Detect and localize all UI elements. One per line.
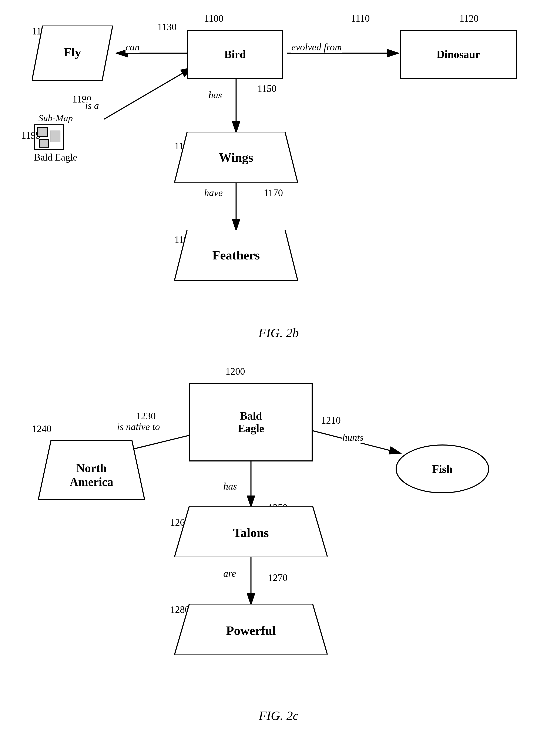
svg-text:America: America: [69, 475, 113, 488]
ref-1240: 1240: [32, 423, 51, 434]
edge-is-native-to: is native to: [117, 421, 160, 432]
edge-hunts: hunts: [342, 432, 364, 443]
svg-text:North: North: [76, 461, 107, 475]
ref-1170: 1170: [264, 187, 283, 198]
svg-text:Wings: Wings: [219, 150, 253, 164]
svg-text:Talons: Talons: [233, 526, 269, 540]
submap-box: [34, 124, 64, 150]
ref-1110: 1110: [351, 13, 370, 24]
fig2b-diagram: 1100 Bird 1110 1120 Dinosaur evolved fro…: [13, 8, 545, 344]
bald-eagle-submap-label: Bald Eagle: [34, 152, 77, 163]
node-powerful: Powerful: [174, 604, 327, 655]
svg-text:Feathers: Feathers: [212, 248, 260, 262]
ref-1150: 1150: [257, 83, 276, 94]
node-north-america: North America: [38, 440, 145, 500]
submap-label: Sub-Map: [34, 113, 77, 124]
node-bird: Bird: [187, 30, 283, 79]
edge-evolved-from: evolved from: [291, 41, 342, 53]
svg-line-6: [104, 68, 191, 119]
submap-container: Sub-Map Bald Eagle: [34, 113, 77, 163]
edge-can: can: [126, 41, 140, 53]
edge-has1: has: [208, 89, 222, 101]
edge-is-a: is a: [85, 100, 99, 111]
ref-1100: 1100: [204, 13, 223, 24]
edge-has2: has: [223, 481, 237, 492]
ref-1120: 1120: [459, 13, 478, 24]
submap-inner3: [39, 139, 49, 148]
svg-text:Fly: Fly: [63, 45, 81, 59]
ref-1230: 1230: [136, 411, 156, 422]
edge-have: have: [204, 187, 223, 198]
svg-text:Powerful: Powerful: [226, 623, 276, 637]
submap-inner2: [50, 131, 60, 142]
fig2c-label: FIG. 2c: [259, 708, 299, 723]
node-fish: Fish: [396, 444, 489, 493]
fig2c-diagram: 1200 Bald Eagle 1210 hunts 1220 Fish 123…: [13, 361, 545, 727]
node-wings: Wings: [174, 132, 298, 183]
ref-1270: 1270: [268, 572, 288, 583]
submap-inner1: [37, 127, 48, 137]
ref-1130: 1130: [157, 21, 176, 32]
node-dinosaur: Dinosaur: [400, 30, 517, 79]
ref-1210: 1210: [321, 415, 341, 426]
ref-1200: 1200: [226, 366, 245, 377]
page: 1100 Bird 1110 1120 Dinosaur evolved fro…: [0, 0, 560, 739]
edge-are: are: [223, 568, 236, 579]
node-feathers: Feathers: [174, 230, 298, 281]
node-fly-container: Fly: [32, 25, 113, 81]
node-bald-eagle: Bald Eagle: [189, 383, 313, 461]
fig2b-label: FIG. 2b: [258, 326, 299, 340]
node-talons: Talons: [174, 506, 327, 557]
